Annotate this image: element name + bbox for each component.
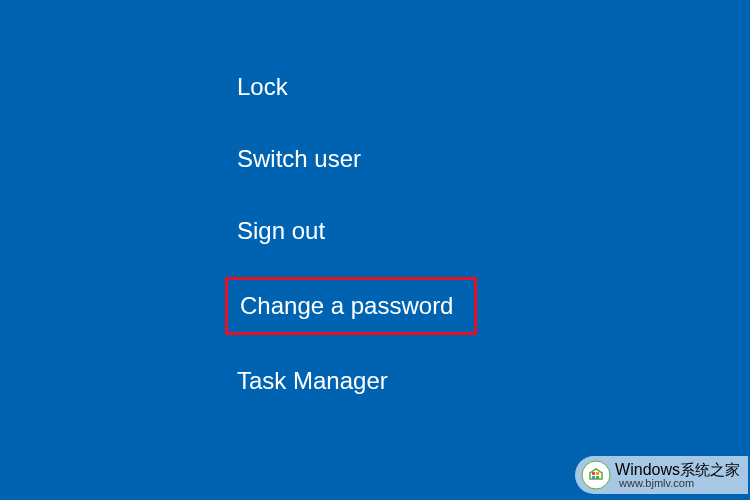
watermark-brand: Windows — [615, 462, 680, 478]
menu-item-task-manager[interactable]: Task Manager — [225, 359, 400, 403]
menu-item-change-password[interactable]: Change a password — [225, 277, 477, 335]
menu-item-label: Lock — [237, 73, 288, 100]
menu-item-label: Task Manager — [237, 367, 388, 394]
watermark-url: www.bjmlv.com — [619, 478, 740, 489]
svg-rect-1 — [592, 472, 595, 475]
menu-item-sign-out[interactable]: Sign out — [225, 209, 337, 253]
menu-item-switch-user[interactable]: Switch user — [225, 137, 373, 181]
menu-item-label: Switch user — [237, 145, 361, 172]
watermark: Windows 系统之家 www.bjmlv.com — [575, 456, 748, 494]
windows-logo-icon — [581, 460, 611, 490]
menu-item-label: Change a password — [240, 292, 453, 319]
menu-item-lock[interactable]: Lock — [225, 65, 300, 109]
svg-rect-2 — [596, 472, 599, 475]
ctrl-alt-del-menu: Lock Switch user Sign out Change a passw… — [225, 65, 477, 431]
watermark-text: Windows 系统之家 www.bjmlv.com — [615, 462, 740, 489]
watermark-brand-cn: 系统之家 — [680, 462, 740, 477]
svg-rect-3 — [592, 476, 595, 479]
menu-item-label: Sign out — [237, 217, 325, 244]
svg-rect-4 — [596, 476, 599, 479]
